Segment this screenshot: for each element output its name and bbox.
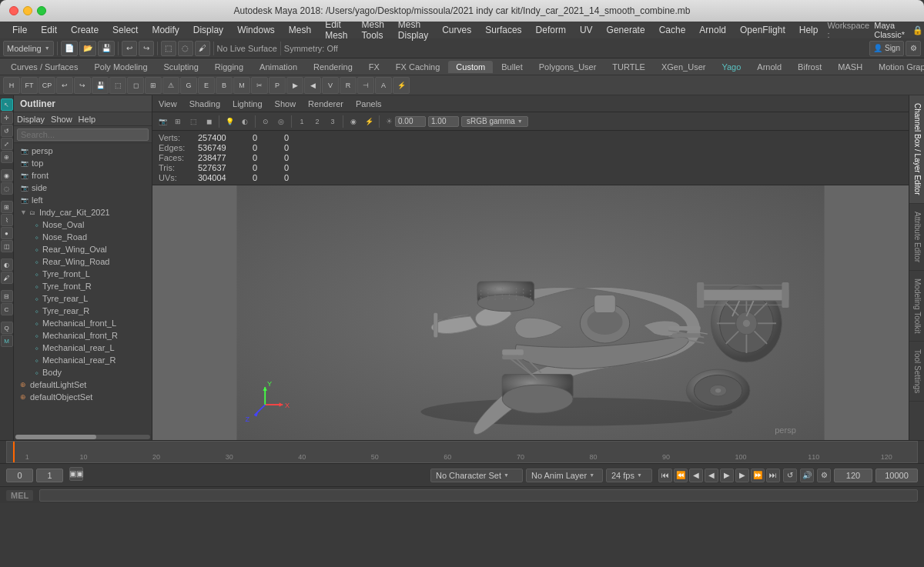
- shelf-tab-rigging[interactable]: Rigging: [207, 61, 251, 73]
- tree-item-top[interactable]: 📷 top: [14, 157, 152, 169]
- tree-item-mech-fl[interactable]: ⬦ Mechanical_front_L: [14, 317, 152, 329]
- shelf-tab-render[interactable]: Rendering: [306, 61, 360, 73]
- shelf-tab-yago[interactable]: Yago: [714, 61, 748, 73]
- menu-help[interactable]: Help: [793, 23, 825, 37]
- rt-tab-toolsettings[interactable]: Tool Settings: [909, 342, 924, 402]
- tree-item-objset[interactable]: ⊕ defaultObjectSet: [14, 391, 152, 403]
- pb-step-back[interactable]: ◀: [689, 469, 703, 482]
- shelf-tab-custom[interactable]: Custom: [448, 61, 493, 73]
- menu-file[interactable]: File: [6, 23, 33, 37]
- gamma-value[interactable]: 1.00: [428, 116, 459, 127]
- menu-surfaces[interactable]: Surfaces: [479, 23, 527, 37]
- shelf-tab-fxcache[interactable]: FX Caching: [388, 61, 447, 73]
- tree-item-tyre-fl[interactable]: ⬦ Tyre_front_L: [14, 268, 152, 280]
- shelf-icon-get[interactable]: G: [180, 77, 197, 94]
- outliner-menu-display[interactable]: Display: [17, 115, 45, 124]
- vp-menu-lighting[interactable]: Lighting: [229, 98, 266, 109]
- shelf-icon-seld[interactable]: ⬚: [109, 77, 126, 94]
- tree-item-left[interactable]: 📷 left: [14, 194, 152, 206]
- vp-icon-grid[interactable]: ⊞: [171, 115, 185, 128]
- paint-attr-btn[interactable]: 🖌: [1, 272, 13, 284]
- shelf-icon-bev[interactable]: B: [216, 77, 233, 94]
- close-button[interactable]: [9, 6, 18, 15]
- menu-create[interactable]: Create: [65, 23, 105, 37]
- new-file-btn[interactable]: 📄: [61, 41, 78, 56]
- pb-goto-start[interactable]: ⏮: [658, 469, 672, 482]
- shelf-icon-ext[interactable]: E: [198, 77, 215, 94]
- menu-edit[interactable]: Edit: [35, 23, 63, 37]
- shelf-tab-poly[interactable]: Poly Modeling: [86, 61, 155, 73]
- pb-animlayer-dropdown[interactable]: No Anim Layer: [526, 469, 603, 482]
- vp-icon-dof[interactable]: ◎: [274, 115, 288, 128]
- menu-modify[interactable]: Modify: [146, 23, 185, 37]
- snap-grid-btn[interactable]: ⊞: [1, 201, 13, 213]
- tree-item-tyre-rr[interactable]: ⬦ Tyre_rear_R: [14, 305, 152, 317]
- pb-prev-key[interactable]: ⏪: [674, 469, 688, 482]
- tree-item-lightset[interactable]: ⊕ defaultLightSet: [14, 379, 152, 391]
- tree-item-tyre-rl[interactable]: ⬦ Tyre_rear_L: [14, 292, 152, 305]
- open-file-btn[interactable]: 📂: [79, 41, 96, 56]
- exposure-value[interactable]: 0.00: [395, 116, 426, 127]
- shelf-icon-hist[interactable]: H: [3, 77, 20, 94]
- pb-next-key[interactable]: ⏩: [751, 469, 765, 482]
- shelf-tab-mograph[interactable]: Motion Graphics: [871, 61, 924, 73]
- gamma-dropdown[interactable]: sRGB gamma ▼: [461, 116, 528, 127]
- shelf-icon-redo[interactable]: ↪: [74, 77, 91, 94]
- menu-cache[interactable]: Cache: [653, 23, 692, 37]
- show-manip-btn[interactable]: ⊟: [1, 290, 13, 302]
- tree-item-side[interactable]: 📷 side: [14, 182, 152, 194]
- menu-deform[interactable]: Deform: [530, 23, 572, 37]
- shelf-icon-exp[interactable]: ▶: [286, 77, 303, 94]
- rt-tab-modelingtoolkit[interactable]: Modeling Toolkit: [909, 271, 924, 342]
- shelf-icon-rend[interactable]: ⚡: [393, 77, 410, 94]
- outliner-menu-show[interactable]: Show: [51, 115, 72, 124]
- tree-item-nose-road[interactable]: ⬦ Nose_Road: [14, 231, 152, 243]
- outliner-menu-help[interactable]: Help: [79, 115, 96, 124]
- vp-icon-res1[interactable]: 1: [295, 115, 309, 128]
- shelf-icon-mult[interactable]: M: [233, 77, 250, 94]
- snap-curve-btn[interactable]: ⌇: [1, 214, 13, 226]
- shelf-tab-bullet[interactable]: Bullet: [494, 61, 531, 73]
- soft-sel-btn[interactable]: ◉: [1, 169, 13, 182]
- select-tool-btn[interactable]: ↖: [1, 98, 13, 111]
- save-file-btn[interactable]: 💾: [98, 41, 115, 56]
- pb-charset-dropdown[interactable]: No Character Set: [430, 469, 523, 482]
- shelf-icon-cut[interactable]: ✂: [251, 77, 268, 94]
- minimize-button[interactable]: [23, 6, 32, 15]
- shelf-icon-ft[interactable]: FT: [21, 77, 38, 94]
- tree-item-front[interactable]: 📷 front: [14, 169, 152, 182]
- tree-item-mech-rl[interactable]: ⬦ Mechanical_rear_L: [14, 342, 152, 354]
- menu-curves[interactable]: Curves: [436, 23, 477, 37]
- shelf-tab-arnold[interactable]: Arnold: [749, 61, 789, 73]
- pb-fps-dropdown[interactable]: 24 fps: [606, 469, 652, 482]
- pb-step-fwd[interactable]: ▶: [735, 469, 749, 482]
- script-node-btn[interactable]: M: [1, 335, 13, 347]
- shelf-icon-irr[interactable]: ⚠: [162, 77, 179, 94]
- menu-uv[interactable]: UV: [574, 23, 599, 37]
- menu-arnold[interactable]: Arnold: [693, 23, 732, 37]
- maximize-button[interactable]: [37, 6, 46, 15]
- tree-item-nose-oval[interactable]: ⬦ Nose_Oval: [14, 218, 152, 231]
- lasso-btn[interactable]: ◌: [178, 41, 193, 56]
- vp-icon-res3[interactable]: 3: [326, 115, 340, 128]
- pb-goto-end[interactable]: ⏭: [766, 469, 780, 482]
- pb-current-frame-start[interactable]: 0: [6, 469, 33, 482]
- shelf-icon-edge[interactable]: ◻: [127, 77, 144, 94]
- tree-item-rear-wing-oval[interactable]: ⬦ Rear_Wing_Oval: [14, 243, 152, 255]
- menu-openflight[interactable]: OpenFlight: [734, 23, 792, 37]
- outliner-search-input[interactable]: [17, 128, 149, 141]
- shelf-icon-cp[interactable]: CP: [38, 77, 55, 94]
- shelf-icon-undo[interactable]: ↩: [56, 77, 73, 94]
- cluster-btn[interactable]: C: [1, 303, 13, 315]
- vp-menu-view[interactable]: View: [156, 98, 180, 109]
- lasso-tool-btn[interactable]: ◌: [1, 182, 13, 195]
- menu-mesh[interactable]: Mesh: [283, 23, 317, 37]
- pb-btn-pair[interactable]: ▣▣: [69, 467, 83, 481]
- settings-btn[interactable]: ⚙: [906, 41, 921, 56]
- shelf-icon-save[interactable]: 💾: [92, 77, 109, 94]
- timeline-ruler[interactable]: 1 10 20 30 40 50 60 70 80 90 100 110 120: [6, 441, 918, 463]
- scale-tool-btn[interactable]: ⤢: [1, 138, 13, 150]
- paint-btn[interactable]: 🖌: [195, 41, 210, 56]
- shelf-icon-vedit[interactable]: V: [322, 77, 339, 94]
- shelf-tab-anim[interactable]: Animation: [252, 61, 305, 73]
